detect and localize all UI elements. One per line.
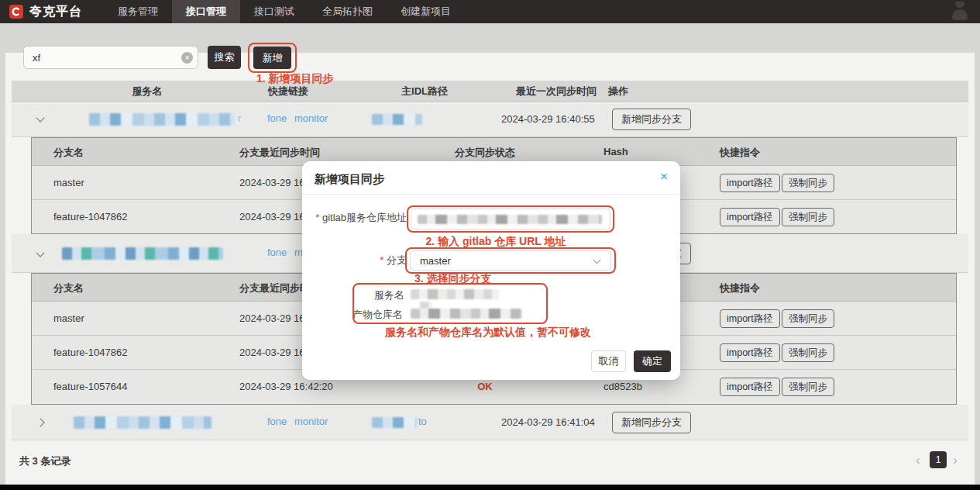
service-name-suffix: r <box>238 112 241 124</box>
add-sync-branch-button[interactable]: 新增同步分支 <box>612 109 691 130</box>
search-button[interactable]: 搜索 <box>208 46 241 69</box>
force-sync-button[interactable]: 强制同步 <box>782 378 834 396</box>
branch-name: feature-1047862 <box>53 347 127 358</box>
col-quick-cmd: 快捷指令 <box>720 146 760 160</box>
branch-label: 分支 <box>310 254 407 267</box>
annotation-step1: 1. 新增项目同步 <box>256 72 334 86</box>
redacted-repo-url <box>418 215 602 224</box>
branch-name: master <box>53 177 84 188</box>
col-idl-path: 主IDL路径 <box>386 85 463 98</box>
table-row[interactable]: r fone monitor 2024-03-29 16:40:55 新增同步分… <box>12 102 968 137</box>
user-avatar-icon[interactable] <box>951 2 969 22</box>
table-row[interactable]: fone monitor to 2024-03-29 16:41:04 新增同步… <box>12 405 968 440</box>
col-branch-name: 分支名 <box>53 146 84 160</box>
add-project-sync-modal: 新增项目同步 × gitlab服务仓库地址 2. 输入 gitlab 仓库 UR… <box>302 161 680 380</box>
redacted-idl-path <box>372 417 417 428</box>
chevron-down-icon <box>593 257 601 264</box>
nav-item-service-mgmt[interactable]: 服务管理 <box>104 0 172 23</box>
chevron-down-icon[interactable] <box>36 248 44 257</box>
col-hash: Hash <box>603 146 628 157</box>
nav-item-topology[interactable]: 全局拓扑图 <box>308 0 387 23</box>
redacted-artifact-value <box>411 309 522 319</box>
redacted-idl-path <box>372 114 422 125</box>
col-quick-links: 快捷链接 <box>249 85 327 98</box>
nav-item-new-project[interactable]: 创建新项目 <box>387 0 465 23</box>
nav-item-interface-mgmt[interactable]: 接口管理 <box>172 0 240 23</box>
link-fone[interactable]: fone <box>267 247 287 258</box>
branch-hash: cd8523b <box>603 381 642 392</box>
branch-sync-time: 2024-03-29 16:42:20 <box>239 381 333 392</box>
link-fone[interactable]: fone <box>267 416 287 427</box>
link-monitor[interactable]: monitor <box>294 112 328 124</box>
nav-item-interface-test[interactable]: 接口测试 <box>240 0 308 23</box>
branch-status: OK <box>450 381 520 392</box>
add-button[interactable]: 新增 <box>253 47 291 69</box>
records-total: 共 3 条记录 <box>19 454 70 468</box>
annotation-note: 服务名和产物仓库名为默认值，暂不可修改 <box>372 326 604 340</box>
pagination-next-icon[interactable]: › <box>953 453 958 468</box>
import-path-button[interactable]: import路径 <box>720 208 780 226</box>
force-sync-button[interactable]: 强制同步 <box>782 208 834 226</box>
col-actions: 操作 <box>608 85 628 98</box>
import-path-button[interactable]: import路径 <box>720 343 780 362</box>
branch-select-value: master <box>420 255 451 267</box>
artifact-repo-label: 产物仓库名 <box>352 308 403 322</box>
app-screen: 夸克平台 服务管理 接口管理 接口测试 全局拓扑图 创建新项目 ✕ 搜索 新增 … <box>0 0 980 490</box>
modal-title: 新增项目同步 <box>315 172 384 187</box>
confirm-button[interactable]: 确定 <box>634 350 671 372</box>
branch-select[interactable]: master <box>410 250 611 271</box>
redacted-service-value <box>411 289 499 299</box>
chevron-right-icon[interactable] <box>36 418 44 426</box>
last-sync-time: 2024-03-29 16:41:04 <box>501 416 595 428</box>
table-header: 服务名 快捷链接 主IDL路径 最近一次同步时间 操作 <box>12 81 968 102</box>
search-input[interactable] <box>23 46 198 69</box>
cancel-button[interactable]: 取消 <box>591 350 626 372</box>
import-path-button[interactable]: import路径 <box>720 378 780 396</box>
redacted-service-name <box>89 113 235 126</box>
branch-name: master <box>53 312 84 324</box>
force-sync-button[interactable]: 强制同步 <box>782 174 834 192</box>
modal-divider <box>302 194 680 195</box>
col-last-sync: 最近一次同步时间 <box>502 85 610 98</box>
col-quick-cmd: 快捷指令 <box>720 281 760 295</box>
pagination-page-1[interactable]: 1 <box>930 451 947 468</box>
service-name-label: 服务名 <box>374 288 404 302</box>
clear-search-icon[interactable]: ✕ <box>181 52 193 64</box>
import-path-button[interactable]: import路径 <box>720 174 780 192</box>
col-service-name: 服务名 <box>108 85 186 98</box>
force-sync-button[interactable]: 强制同步 <box>782 309 834 328</box>
redacted-service-name <box>62 247 223 260</box>
col-branch-name: 分支名 <box>53 281 84 295</box>
add-sync-branch-button[interactable]: 新增同步分支 <box>612 412 691 433</box>
brand-title: 夸克平台 <box>29 4 82 20</box>
bottom-bar <box>0 485 980 490</box>
repo-url-label: gitlab服务仓库地址 <box>310 211 407 225</box>
redacted-service-name <box>74 416 211 429</box>
last-sync-time: 2024-03-29 16:40:55 <box>501 113 595 125</box>
top-nav: 夸克平台 服务管理 接口管理 接口测试 全局拓扑图 创建新项目 <box>0 0 980 23</box>
annotation-step2: 2. 输入 gitlab 仓库 URL 地址 <box>414 235 577 249</box>
force-sync-button[interactable]: 强制同步 <box>782 343 834 362</box>
branch-name: feature-1047862 <box>53 211 127 223</box>
idl-path-suffix: to <box>418 416 427 427</box>
import-path-button[interactable]: import路径 <box>720 309 780 328</box>
col-branch-status: 分支同步状态 <box>450 146 520 160</box>
close-icon[interactable]: × <box>660 169 668 185</box>
quark-logo-icon <box>9 5 23 19</box>
pagination-prev-icon[interactable]: ‹ <box>916 453 920 468</box>
link-monitor[interactable]: monitor <box>294 416 328 427</box>
chevron-down-icon[interactable] <box>36 113 44 122</box>
link-fone[interactable]: fone <box>267 112 287 124</box>
annotation-step3: 3. 选择同步分支 <box>414 272 492 286</box>
branch-name: feature-1057644 <box>53 381 127 392</box>
repo-url-input[interactable] <box>411 209 610 229</box>
col-branch-time: 分支最近同步时间 <box>239 146 320 160</box>
